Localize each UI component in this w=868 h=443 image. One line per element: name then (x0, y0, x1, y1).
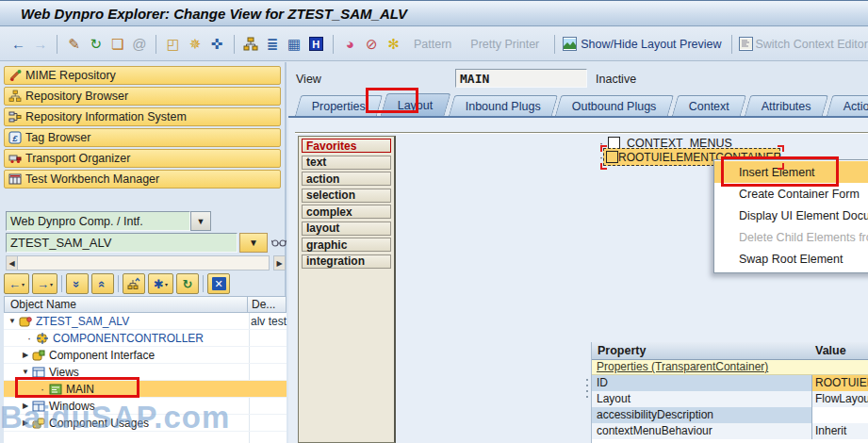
property-value[interactable]: ROOTUIELEMENTCONTAINER (811, 375, 868, 391)
palette-item-graphic[interactable]: graphic (302, 238, 391, 252)
object-type-select[interactable]: Web Dynpro Comp. / Intf. (6, 211, 190, 231)
runtime-analysis-icon[interactable]: ◕ (341, 34, 359, 55)
tree-row-componentcontroller[interactable]: · COMPONENTCONTROLLER (4, 330, 287, 347)
sidebar-item-repository-infosystem[interactable]: Repository Information System (4, 107, 281, 126)
expander-open-icon[interactable]: ▼ (21, 368, 30, 376)
expand-all-button[interactable]: » (66, 273, 89, 294)
property-row-id[interactable]: ID ROOTUIELEMENTCONTAINER (592, 375, 868, 391)
tree-row-main-view[interactable]: · MAIN (4, 381, 287, 398)
property-value[interactable]: Inherit (811, 423, 868, 439)
expander-closed-icon[interactable]: ▶ (21, 418, 30, 427)
tree-item-label[interactable]: MAIN (66, 383, 94, 396)
tree-hscrollbar[interactable]: ◀ ▶ (6, 255, 287, 271)
scrollbar-track[interactable] (17, 255, 270, 271)
display-glasses-icon[interactable] (270, 233, 287, 253)
sidebar-item-tag-browser[interactable]: £ Tag Browser (4, 128, 281, 147)
expander-open-icon[interactable]: ▼ (8, 317, 17, 325)
pretty-printer-button[interactable]: Pretty Printer (470, 38, 539, 51)
tree-item-label[interactable]: Component Usages (49, 417, 149, 430)
sidebar-item-label: Repository Information System (25, 110, 187, 123)
tree-row-component-usages[interactable]: ▶ Component Usages (4, 415, 287, 432)
menu-item-insert-element[interactable]: Insert Element (714, 161, 868, 183)
expander-closed-icon[interactable]: ▶ (21, 351, 30, 359)
stack-icon[interactable]: ≣ (264, 34, 282, 55)
tree-item-label[interactable]: Component Interface (49, 349, 155, 362)
tab-actions[interactable]: Actions (827, 95, 868, 116)
hierarchy-up-button[interactable] (123, 273, 145, 294)
nav-back-button[interactable]: ←▾ (4, 273, 29, 294)
hierarchy-icon[interactable] (241, 34, 259, 55)
copy-icon[interactable]: ❏ (108, 34, 126, 55)
tab-layout[interactable]: Layout (381, 93, 450, 116)
view-name-input[interactable]: MAIN (455, 69, 587, 88)
property-row-context-menu-behaviour[interactable]: contextMenuBehaviour Inherit (592, 423, 868, 439)
tree-row-component-interface[interactable]: ▶ Component Interface (4, 347, 287, 364)
close-panel-button[interactable]: ✕ (207, 273, 230, 294)
refresh-icon[interactable]: ↻ (87, 34, 105, 55)
tree-col-object-name[interactable]: Object Name (5, 297, 248, 312)
scroll-right-icon[interactable]: ▶ (273, 255, 286, 271)
tree-item-label[interactable]: Windows (49, 400, 95, 413)
test-icon[interactable]: ✵ (186, 34, 204, 55)
table-icon[interactable]: ▦ (286, 34, 303, 55)
tab-inbound-plugs[interactable]: Inbound Plugs (448, 95, 557, 116)
property-group-row[interactable]: Properties (TransparentContainer) (592, 360, 868, 375)
menu-item-display-ui-element-documentation[interactable]: Display UI Element Documentation (714, 205, 868, 226)
nav-forward-button[interactable]: →▾ (32, 273, 57, 294)
sidebar-item-transport-organizer[interactable]: Transport Organizer (4, 149, 281, 168)
favorites-button[interactable]: ✱▾ (148, 273, 173, 294)
tab-attributes[interactable]: Attributes (745, 95, 828, 116)
refresh-tree-button[interactable]: ↻ (176, 273, 199, 294)
navigator-toolbar: ←▾ →▾ » « ✱▾ ↻ ✕ (4, 272, 287, 295)
palette-item-complex[interactable]: complex (302, 205, 391, 219)
collapse-all-button[interactable]: « (91, 273, 114, 294)
toolbar-separator (61, 275, 62, 292)
tab-properties[interactable]: Properties (295, 95, 383, 116)
tree-item-label[interactable]: COMPONENTCONTROLLER (53, 332, 204, 345)
tab-context[interactable]: Context (672, 95, 746, 116)
navigate-icon[interactable]: ✜ (208, 34, 226, 55)
tree-row-component[interactable]: ▼ ZTEST_SAM_ALV alv test (4, 313, 287, 330)
object-name-dropdown-icon[interactable]: ▼ (239, 233, 268, 253)
sidebar-item-mime-repository[interactable]: MIME Repository (4, 66, 281, 85)
pattern-button[interactable]: Pattern (414, 38, 451, 51)
palette-item-action[interactable]: action (302, 172, 391, 186)
property-value[interactable] (811, 407, 868, 423)
wand-sparkle-icon[interactable]: ✻ (385, 34, 402, 55)
tab-outbound-plugs[interactable]: Outbound Plugs (555, 95, 674, 116)
palette-item-integration[interactable]: integration (302, 254, 391, 269)
vertical-splitter[interactable] (584, 136, 590, 443)
display-change-icon[interactable]: ✎ (65, 34, 83, 55)
switch-context-editor-button[interactable]: Switch Context Editor (755, 38, 868, 51)
property-row-layout[interactable]: Layout FlowLayout (592, 391, 868, 407)
sidebar-item-repository-browser[interactable]: Repository Browser (4, 87, 281, 106)
forward-icon[interactable]: → (31, 34, 49, 55)
tree-row-views[interactable]: ▼ Views (4, 364, 287, 381)
property-row-accessibility-description[interactable]: accessibilityDescription (592, 407, 868, 423)
menu-item-create-container-form[interactable]: Create Container Form (714, 183, 868, 205)
palette-item-text[interactable]: text (302, 156, 391, 170)
palette-item-selection[interactable]: selection (302, 189, 391, 203)
sidebar-item-test-workbench[interactable]: Test Workbench Manager (4, 170, 281, 189)
object-name-input[interactable]: ZTEST_SAM_ALV (6, 233, 237, 253)
tree-item-label[interactable]: ZTEST_SAM_ALV (36, 315, 129, 328)
object-type-dropdown-icon[interactable]: ▼ (190, 211, 211, 231)
tree-row-windows[interactable]: ▶ Windows (4, 398, 287, 415)
menu-item-swap-root-element[interactable]: Swap Root Element (714, 248, 868, 270)
layout-preview-icon (563, 37, 577, 51)
sidebar-item-label: Tag Browser (25, 131, 90, 144)
tree-item-label[interactable]: Views (49, 366, 79, 379)
create-icon[interactable]: ◰ (164, 34, 182, 55)
palette-item-layout[interactable]: layout (302, 222, 391, 236)
back-icon[interactable]: ← (9, 34, 27, 55)
object-name-value: ZTEST_SAM_ALV (10, 236, 111, 250)
palette-item-favorites[interactable]: Favorites (302, 139, 391, 153)
show-hide-layout-preview-button[interactable]: Show/Hide Layout Preview (581, 38, 721, 51)
stop-transaction-icon[interactable]: ⊘ (363, 34, 381, 55)
dereference-icon[interactable]: @ (130, 34, 148, 55)
info-icon[interactable]: H (307, 34, 325, 55)
bullet-icon: · (38, 383, 47, 396)
property-value[interactable]: FlowLayout (811, 391, 868, 407)
expander-closed-icon[interactable]: ▶ (21, 402, 30, 410)
tree-col-description[interactable]: De... (248, 297, 275, 312)
